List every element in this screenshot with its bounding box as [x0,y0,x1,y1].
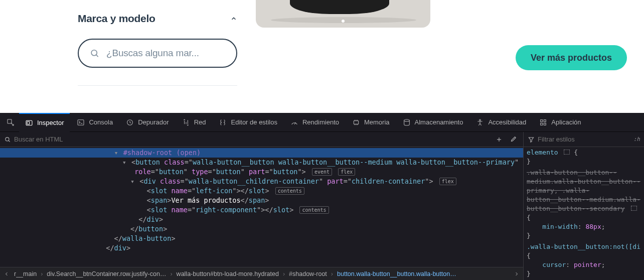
chevron-right-icon: › [282,270,286,277]
contents-badge[interactable]: contents [299,206,329,214]
twisty-icon[interactable]: ▾ [114,148,119,158]
html-search-bar [0,132,523,147]
devtools-body: ▾ #shadow-root (open) ▾ <button class="w… [0,132,644,280]
tab-storage[interactable]: Almacenamiento [397,113,469,132]
carousel-dot[interactable] [342,20,345,23]
tab-label: Rendimiento [302,118,339,126]
flex-badge[interactable]: flex [439,178,456,185]
svg-rect-12 [541,119,543,121]
twisty-icon[interactable]: ▾ [130,177,135,186]
flex-badge[interactable]: flex [338,168,355,176]
filter-icon [528,136,535,143]
tab-label: Depurador [138,118,169,126]
memory-icon [352,118,360,126]
storage-icon [403,118,411,126]
style-editor-icon [219,118,227,126]
filter-title: Marca y modelo [78,13,155,25]
svg-point-11 [479,119,481,121]
tab-network[interactable]: Red [176,113,212,132]
event-badge[interactable]: event [312,168,332,176]
devtools-main-panel: ▾ #shadow-root (open) ▾ <button class="w… [0,132,524,280]
filter-header[interactable]: Marca y modelo [78,13,237,25]
network-icon [182,118,190,126]
devtools-panel: Inspector Consola Depurador Red Editor d… [0,113,644,280]
svg-rect-9 [354,120,358,124]
tab-console[interactable]: Consola [71,113,119,132]
chevron-right-icon: › [40,270,44,277]
devtools-tabbar: Inspector Consola Depurador Red Editor d… [0,113,644,132]
brand-search-input[interactable] [106,48,225,59]
accessibility-icon [476,118,484,126]
tab-memory[interactable]: Memoria [346,113,396,132]
breadcrumb-item[interactable]: button.walla-button__button.walla-button… [334,270,459,277]
svg-marker-20 [529,137,533,142]
svg-rect-14 [541,123,543,125]
tab-label: Aplicación [551,118,581,126]
contents-badge[interactable]: contents [275,187,304,195]
debugger-icon [126,118,134,126]
breadcrumb-item[interactable]: #shadow-root [286,270,330,277]
styles-filter-input[interactable] [538,135,630,143]
add-node-button[interactable] [493,133,505,146]
styles-filter-bar: :h [524,132,644,147]
chevron-up-icon [230,15,237,22]
tab-inspector[interactable]: Inspector [19,113,70,132]
filter-panel: Marca y modelo [78,13,237,68]
tab-label: Red [194,118,206,126]
tab-label: Inspector [37,119,64,126]
crumb-next-button[interactable] [512,271,521,277]
breadcrumb-item[interactable]: walla-button#btn-load-more.hydrated [174,270,282,277]
flex-indicator-icon [631,206,637,211]
breadcrumb-item[interactable]: div.Search__btnContainer.row.justify-con… [44,270,169,277]
svg-point-10 [404,119,409,121]
html-search-input[interactable] [14,135,490,143]
svg-rect-5 [78,119,84,125]
tab-label: Accesibilidad [488,118,526,126]
breadcrumb-item[interactable]: r__main [11,270,40,277]
search-icon [90,47,99,59]
svg-point-16 [6,137,9,141]
css-rules[interactable]: elemento { } .walla-button__button--medi… [524,147,644,280]
page-content: Marca y modelo Ver más productos [0,0,644,113]
console-icon [77,118,85,126]
twisty-icon[interactable]: ▾ [122,158,127,167]
load-more-button[interactable]: Ver más productos [516,45,627,70]
tab-style-editor[interactable]: Editor de estilos [213,113,283,132]
tab-label: Memoria [364,118,390,126]
svg-rect-13 [544,119,546,121]
chevron-right-icon: › [330,270,334,277]
inspector-icon [25,119,33,127]
application-icon [539,118,547,126]
tab-label: Editor de estilos [231,118,277,126]
crumb-prev-button[interactable] [2,271,11,277]
svg-point-0 [91,50,97,56]
tab-performance[interactable]: Rendimiento [284,113,345,132]
eyedropper-button[interactable] [507,133,519,146]
svg-rect-15 [544,123,546,125]
hover-toggle[interactable]: :h [633,136,640,143]
search-icon [4,136,11,143]
brand-search-field[interactable] [78,39,237,68]
chevron-right-icon: › [169,270,173,277]
product-card-image[interactable] [256,0,430,28]
svg-rect-4 [27,121,30,124]
divider [78,85,237,86]
performance-icon [290,118,298,126]
svg-line-1 [96,55,98,57]
tab-label: Almacenamiento [415,118,463,126]
element-picker-button[interactable] [3,118,18,126]
flex-indicator-icon [564,150,570,155]
html-tree[interactable]: ▾ #shadow-root (open) ▾ <button class="w… [0,147,523,267]
svg-line-17 [9,141,10,142]
shadow-root-label: #shadow-root (open) [123,149,201,157]
tab-debugger[interactable]: Depurador [120,113,175,132]
breadcrumb-bar: r__main › div.Search__btnContainer.row.j… [0,267,523,280]
styles-panel: :h elemento { } .walla-button__button--m… [524,132,644,280]
tab-label: Consola [89,118,113,126]
tab-accessibility[interactable]: Accesibilidad [470,113,532,132]
tab-application[interactable]: Aplicación [533,113,587,132]
